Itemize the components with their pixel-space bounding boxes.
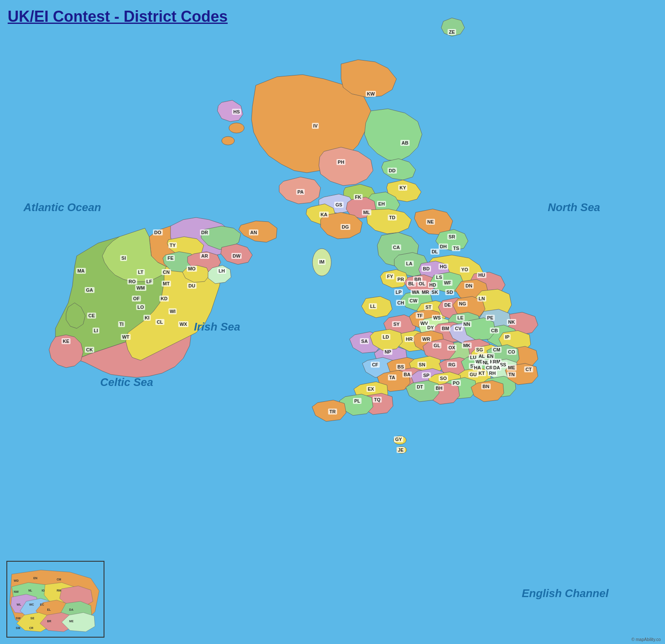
copyright: © mapAbility.co: [631, 637, 661, 642]
svg-point-97: [396, 447, 407, 453]
svg-text:CM: CM: [57, 578, 61, 581]
svg-text:EC: EC: [40, 603, 44, 606]
map-container: UK/EI Contest - District Codes: [0, 0, 665, 644]
svg-text:Atlantic Ocean: Atlantic Ocean: [23, 201, 101, 214]
svg-text:Celtic Sea: Celtic Sea: [100, 376, 153, 389]
svg-text:NL: NL: [28, 589, 32, 592]
svg-text:SM: SM: [16, 627, 20, 629]
svg-text:DA: DA: [69, 608, 73, 611]
svg-point-14: [222, 136, 234, 145]
svg-text:WC: WC: [29, 603, 34, 606]
svg-text:English Channel: English Channel: [522, 587, 609, 600]
page-title: UK/EI Contest - District Codes: [8, 8, 228, 26]
svg-text:WD: WD: [14, 579, 18, 582]
svg-text:WL: WL: [17, 603, 21, 606]
svg-point-13: [229, 123, 244, 133]
svg-text:EN: EN: [33, 577, 38, 580]
svg-text:NW: NW: [14, 590, 19, 593]
svg-text:RM: RM: [57, 589, 61, 592]
svg-text:EL: EL: [47, 608, 51, 611]
svg-text:ME: ME: [69, 620, 74, 623]
inset-map: WD EN CM NW NL IG RM WL WC EC SW SE EL D…: [6, 561, 104, 638]
svg-text:BR: BR: [47, 620, 51, 623]
svg-text:CR: CR: [29, 627, 33, 629]
svg-point-35: [312, 249, 331, 276]
svg-text:IG: IG: [42, 589, 45, 592]
svg-text:Irish Sea: Irish Sea: [194, 320, 240, 333]
svg-text:North Sea: North Sea: [548, 201, 600, 214]
svg-point-96: [393, 436, 406, 444]
svg-text:SW: SW: [16, 617, 21, 620]
svg-text:SE: SE: [30, 617, 35, 620]
